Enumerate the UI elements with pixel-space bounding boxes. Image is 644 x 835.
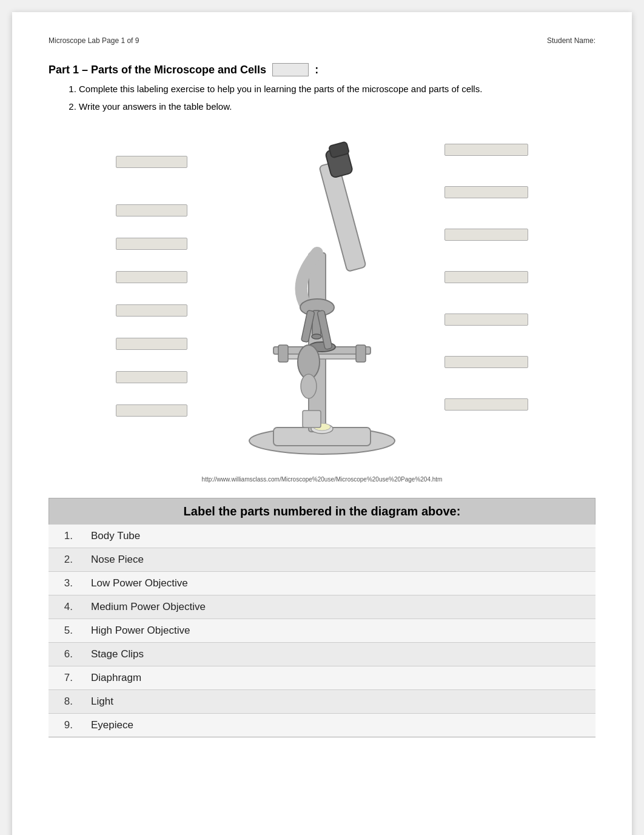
instructions: Complete this labeling exercise to help … [67, 82, 595, 113]
label-left-7[interactable] [116, 371, 187, 383]
row-number: 9. [49, 714, 85, 737]
table-row: 2. Nose Piece [49, 548, 595, 572]
source-url: http://www.williamsclass.com/Microscope%… [202, 476, 443, 483]
label-left-4[interactable] [116, 271, 187, 283]
diagram-source: http://www.williamsclass.com/Microscope%… [49, 476, 595, 483]
row-label: Low Power Objective [85, 572, 595, 595]
label-left-6[interactable] [116, 338, 187, 350]
label-right-5[interactable] [444, 314, 528, 326]
row-label: Eyepiece [85, 714, 595, 737]
part-title-colon: : [315, 64, 318, 76]
student-label: Student Name: [547, 36, 595, 45]
row-number: 8. [49, 690, 85, 714]
row-number: 2. [49, 548, 85, 572]
svg-point-15 [312, 334, 321, 339]
row-label: Light [85, 690, 595, 714]
label-left-8[interactable] [116, 404, 187, 417]
label-right-3[interactable] [444, 229, 528, 241]
table-row: 4. Medium Power Objective [49, 595, 595, 619]
table-row: 8. Light [49, 690, 595, 714]
label-table: 1. Body Tube 2. Nose Piece 3. Low Power … [49, 525, 595, 737]
table-row: 5. High Power Objective [49, 619, 595, 643]
microscope-diagram [213, 132, 431, 459]
left-labels [116, 132, 195, 471]
label-right-6[interactable] [444, 356, 528, 368]
row-label: Stage Clips [85, 643, 595, 666]
part-title: Part 1 – Parts of the Microscope and Cel… [49, 63, 595, 76]
label-left-1[interactable] [116, 156, 187, 168]
page-header: Microscope Lab Page 1 of 9 Student Name: [49, 36, 595, 45]
svg-rect-20 [303, 411, 321, 428]
label-right-7[interactable] [444, 398, 528, 411]
svg-rect-6 [356, 345, 366, 362]
label-right-1[interactable] [444, 144, 528, 156]
header-left: Microscope Lab Page 1 of 9 [49, 36, 139, 45]
row-label: High Power Objective [85, 619, 595, 643]
svg-point-19 [301, 374, 317, 398]
table-row: 6. Stage Clips [49, 643, 595, 666]
instruction-1: Complete this labeling exercise to help … [79, 82, 595, 96]
label-right-2[interactable] [444, 186, 528, 198]
label-left-5[interactable] [116, 304, 187, 317]
label-table-header: Label the parts numbered in the diagram … [49, 498, 595, 525]
table-row: 1. Body Tube [49, 525, 595, 548]
svg-rect-4 [286, 354, 358, 359]
row-number: 1. [49, 525, 85, 548]
row-label: Diaphragm [85, 666, 595, 690]
instruction-2: Write your answers in the table below. [79, 100, 595, 114]
row-label: Nose Piece [85, 548, 595, 572]
row-label: Body Tube [85, 525, 595, 548]
diagram-container [49, 132, 595, 471]
diagram-wrapper [116, 132, 528, 471]
row-label: Medium Power Objective [85, 595, 595, 619]
title-input-box[interactable] [272, 63, 309, 76]
row-number: 4. [49, 595, 85, 619]
right-labels [437, 132, 528, 471]
row-number: 6. [49, 643, 85, 666]
label-left-3[interactable] [116, 238, 187, 250]
page-info: Microscope Lab Page 1 of 9 [49, 36, 139, 45]
svg-rect-5 [278, 345, 288, 362]
part-title-text: Part 1 – Parts of the Microscope and Cel… [49, 64, 266, 76]
table-row: 9. Eyepiece [49, 714, 595, 737]
row-number: 5. [49, 619, 85, 643]
row-number: 7. [49, 666, 85, 690]
table-row: 7. Diaphragm [49, 666, 595, 690]
label-left-2[interactable] [116, 204, 187, 216]
table-row: 3. Low Power Objective [49, 572, 595, 595]
page: Microscope Lab Page 1 of 9 Student Name:… [12, 12, 632, 835]
label-right-4[interactable] [444, 271, 528, 283]
row-number: 3. [49, 572, 85, 595]
